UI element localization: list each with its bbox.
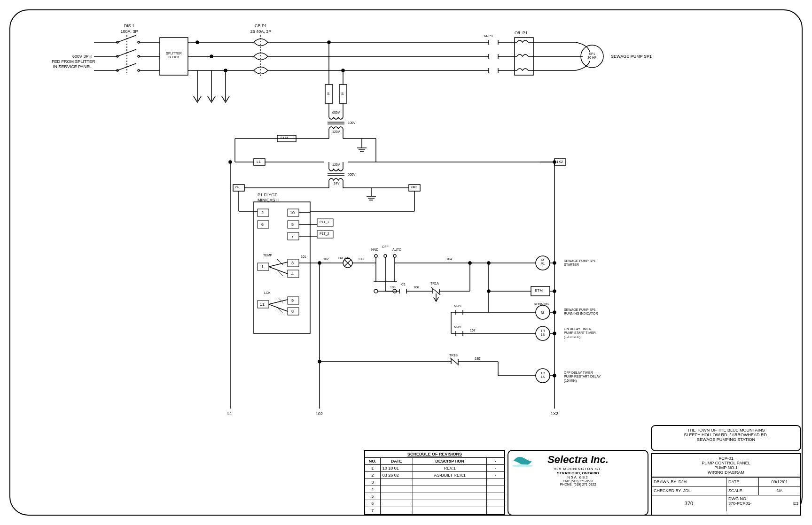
svg-line-116 xyxy=(269,304,288,311)
rev-r2-date: 03 26 02 xyxy=(380,472,413,479)
n180: 180 xyxy=(475,357,480,361)
dwg-sh: E3 xyxy=(793,501,798,506)
company-addr3: N5A 6S2 xyxy=(508,475,648,479)
title2-l1: PCP-01 xyxy=(652,456,800,461)
rev-r3-x xyxy=(486,479,504,486)
dwg-v: 370-PCP01- xyxy=(728,501,752,506)
v120b: 120V xyxy=(332,163,340,167)
rev-r6-desc xyxy=(413,500,487,507)
rev-col-date: DATE xyxy=(380,458,413,464)
rev-title: SCHEDULE OF REVISIONS xyxy=(365,451,504,457)
date-v: 09/12/01 xyxy=(758,478,800,486)
svg-point-23 xyxy=(196,41,199,44)
drawn-l: DRAWN BY: xyxy=(654,479,677,484)
running: RUNNING xyxy=(534,302,549,306)
svg-point-131 xyxy=(375,255,377,257)
t9: 9 xyxy=(291,298,294,303)
company-fax: FAX: (519) 271-0532 xyxy=(508,479,648,483)
t7: 7 xyxy=(291,234,294,239)
cb-rating: 25 40A, 3P xyxy=(244,29,277,34)
dl: D/L-P1 xyxy=(338,256,350,261)
svg-point-188 xyxy=(553,311,556,314)
rev-r7-desc xyxy=(413,507,487,514)
t5: 5 xyxy=(291,222,294,227)
tr1a-c: TR1A xyxy=(430,282,439,286)
rev-r4-desc xyxy=(413,486,487,493)
ptt2: P1T_2 xyxy=(320,232,329,236)
auto: AUTO xyxy=(392,248,401,252)
minicas-title: P1 FLYGT MINICAS II xyxy=(258,193,279,203)
mp1-label: M-P1 xyxy=(484,34,493,39)
svg-point-120 xyxy=(229,161,232,163)
t1: 1 xyxy=(261,264,264,270)
title1-l2: SLEEPY HOLLOW RD. / ARROWHEAD RD. xyxy=(652,432,800,437)
scale-l: SCALE: xyxy=(726,486,758,495)
rev-r4-date xyxy=(380,486,413,493)
fuse-s1: S xyxy=(327,92,329,96)
rail-x2: 1X2 xyxy=(551,411,558,417)
v120a: 120V xyxy=(332,130,340,134)
rev-r5-no: 5 xyxy=(365,493,380,500)
svg-point-186 xyxy=(553,262,556,264)
v100: 100V xyxy=(348,121,355,125)
g: G xyxy=(541,310,544,315)
rev-r2-no: 2 xyxy=(365,472,380,479)
svg-point-125 xyxy=(553,161,556,163)
n106: 106 xyxy=(414,286,419,289)
rev-r6-no: 6 xyxy=(365,500,380,507)
off: OFF xyxy=(382,245,389,249)
ol-label: O/L P1 xyxy=(515,31,528,36)
svg-point-153 xyxy=(468,262,471,264)
tr1a-desc: OFF DELAY TIMER PUMP RESTART DELAY (10 M… xyxy=(564,371,601,383)
ptt1: P1T_1 xyxy=(320,220,329,224)
rev-r5-date xyxy=(380,493,413,500)
rev-col-no: NO. xyxy=(365,458,380,464)
rev-r3-date xyxy=(380,479,413,486)
rev-r6-x xyxy=(486,500,504,507)
n104: 104 xyxy=(446,257,452,261)
b24l: 24L xyxy=(235,185,241,189)
n167: 167 xyxy=(470,329,476,332)
t3: 3 xyxy=(291,261,294,266)
date-l: DATE: xyxy=(726,478,758,486)
svg-point-24 xyxy=(210,55,213,58)
rev-r4-x xyxy=(486,486,504,493)
svg-point-132 xyxy=(384,255,387,257)
company-addr2: STRATFORD, ONTARIO xyxy=(508,471,648,475)
mp1-coil: M P1 xyxy=(539,258,546,266)
rev-r1-no: 1 xyxy=(365,465,380,471)
f1m: F1 M xyxy=(281,136,288,140)
checked-l: CHECKED BY: xyxy=(654,488,682,493)
dwg-l: DWG NO. xyxy=(728,496,748,501)
proj: 370 xyxy=(652,495,726,511)
t6: 6 xyxy=(261,222,264,227)
rev-r2-x: - xyxy=(486,472,504,479)
rev-r5-x xyxy=(486,493,504,500)
t8: 8 xyxy=(291,309,294,314)
rev-r7-no: 7 xyxy=(365,507,380,514)
tr1b-desc: ON DELAY TIMER PUMP START TIMER (1-10 SE… xyxy=(564,327,596,339)
mp1-coil-desc: SEWAGE PUMP SP1 STARTER xyxy=(564,259,596,267)
rev-r7-x xyxy=(486,507,504,514)
svg-line-111 xyxy=(269,262,288,267)
l1-term: L1 xyxy=(257,160,261,164)
fuse-s2: S xyxy=(341,92,344,96)
project-title-block: THE TOWN OF THE BLUE MOUNTAINS SLEEPY HO… xyxy=(651,425,801,451)
n130: 130 xyxy=(358,257,364,261)
v24: 24V xyxy=(334,182,339,185)
rev-r6-date xyxy=(380,500,413,507)
n103: 103 xyxy=(390,286,396,289)
mp1c2: M-P1 xyxy=(454,325,462,329)
x2-term: 1X2 xyxy=(556,160,563,164)
drawn-v: DJH xyxy=(679,479,687,484)
title2-l2: PUMP CONTROL PANEL xyxy=(652,461,800,465)
splitter-label: SPLITTER BLOCK xyxy=(164,52,184,60)
tr1b-coil: TR 1B xyxy=(539,329,547,337)
svg-point-139 xyxy=(374,289,378,293)
title1-l1: THE TOWN OF THE BLUE MOUNTAINS xyxy=(652,428,800,432)
svg-line-115 xyxy=(269,300,288,304)
rev-r7-date xyxy=(380,507,413,514)
rev-r3-no: 3 xyxy=(365,479,380,486)
pump-desc: SEWAGE PUMP SP1 xyxy=(611,54,652,59)
title2-l4: WIRING DIAGRAM xyxy=(652,470,800,475)
